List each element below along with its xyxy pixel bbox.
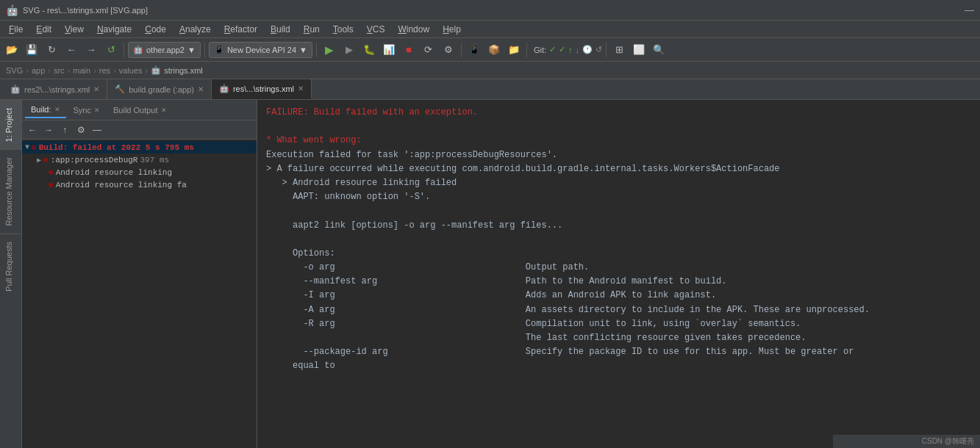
git-arrow2: ↓ [576, 46, 580, 54]
tab-label-2: res\...\strings.xml [233, 84, 294, 93]
toolbar-sep2 [204, 43, 205, 57]
code-line-15: -A arg An assets directory to include in… [266, 303, 971, 317]
tab-close-1[interactable]: ✕ [198, 85, 204, 93]
breadcrumb-src[interactable]: src [54, 66, 65, 75]
toolbar-btn-profile[interactable]: 📊 [380, 41, 398, 59]
tab-2[interactable]: 🤖res\...\strings.xml✕ [212, 79, 312, 99]
build-toolbar-up[interactable]: ↑ [57, 123, 72, 137]
build-tab-sync[interactable]: Sync ✕ [68, 103, 106, 118]
toolbar-window-btn[interactable]: ⬜ [630, 41, 648, 59]
menu-refactor[interactable]: Refactor [218, 23, 263, 36]
toolbar-btn-sync[interactable]: ⟳ [420, 41, 437, 59]
tab-close-2[interactable]: ✕ [298, 84, 304, 93]
git-check2-icon: ✓ [559, 45, 565, 54]
breadcrumb-res[interactable]: res [99, 66, 110, 75]
toolbar-back-btn[interactable]: ← [62, 41, 80, 59]
sidebar-tab-project[interactable]: 1: Project [0, 100, 21, 149]
toolbar-btn-debug[interactable]: 🐛 [360, 41, 378, 59]
code-line-14: -I arg Adds an Android APK to link again… [266, 289, 971, 303]
title-bar-close[interactable]: — [965, 4, 974, 15]
build-toolbar-settings[interactable]: ⚙ [74, 123, 88, 137]
toolbar-undo-btn[interactable]: ↺ [102, 41, 120, 59]
git-clock: 🕐 [582, 45, 593, 54]
menu-tools[interactable]: Tools [327, 23, 360, 36]
tree-item-process[interactable]: ▶ ⊗ :app:processDebugR 397 ms [22, 153, 257, 166]
main-layout: 1: Project Resource Manager Pull Request… [0, 100, 980, 448]
build-tab-output[interactable]: Build Output ✕ [107, 103, 173, 118]
build-panel: Build: ✕ Sync ✕ Build Output ✕ ← → ↑ ⚙ — [22, 100, 257, 448]
device-dropdown[interactable]: 📱 New Device API 24 ▼ [209, 42, 312, 58]
other-app-dropdown[interactable]: 🤖 other.app2 ▼ [128, 42, 201, 58]
toolbar-search-btn[interactable]: 🔍 [650, 41, 668, 59]
error-icon-link1: ⊗ [49, 167, 54, 177]
breadcrumb-file[interactable]: strings.xml [164, 66, 203, 75]
toolbar-layout-btn[interactable]: ⊞ [610, 41, 628, 59]
error-icon-link2: ⊗ [49, 180, 54, 189]
code-line-1: FAILURE: Build failed with an exception. [266, 106, 971, 120]
sync-tab-close[interactable]: ✕ [94, 106, 100, 114]
device-label: New Device API 24 [227, 46, 296, 54]
breadcrumb-bar: SVG › app › src › main › res › values › … [0, 62, 980, 79]
build-toolbar-forward[interactable]: → [41, 123, 56, 137]
panel-area: Build: ✕ Sync ✕ Build Output ✕ ← → ↑ ⚙ — [22, 100, 980, 448]
tree-item-link1[interactable]: ⊗ Android resource linking [22, 166, 257, 178]
menu-edit[interactable]: Edit [30, 23, 57, 36]
menu-build[interactable]: Build [265, 23, 296, 36]
toolbar-sep6 [606, 43, 607, 57]
toolbar-btn-resume[interactable]: ▶ [340, 41, 358, 59]
toolbar-btn-avd[interactable]: 📱 [465, 41, 483, 59]
tab-close-0[interactable]: ✕ [93, 85, 99, 93]
other-app-icon: 🤖 [133, 45, 143, 54]
code-area[interactable]: FAILURE: Build failed with an exception.… [257, 100, 980, 448]
run-btn[interactable]: ▶ [321, 41, 338, 59]
menu-help[interactable]: Help [437, 23, 467, 36]
toolbar-refresh-btn[interactable]: ↻ [43, 41, 60, 59]
breadcrumb-main[interactable]: main [73, 66, 90, 75]
toolbar-forward-btn[interactable]: → [82, 41, 100, 59]
toolbar-btn-stop[interactable]: ■ [400, 41, 418, 59]
output-tab-close[interactable]: ✕ [161, 106, 167, 114]
tabs-row: 🤖res2\...\strings.xml✕🔨build.gradle (:ap… [0, 79, 980, 100]
menu-window[interactable]: Window [392, 23, 435, 36]
build-tab-build[interactable]: Build: ✕ [25, 102, 66, 118]
bottom-bar: CSDN @韩曙亮 [833, 435, 980, 448]
toolbar-folder-btn[interactable]: 📂 [3, 41, 21, 59]
menu-code[interactable]: Code [139, 23, 172, 36]
menu-navigate[interactable]: Navigate [91, 23, 137, 36]
tree-label-root: Build: failed at 2022 5 s 795 ms [39, 143, 194, 152]
tree-label-link2: Android resource linking fa [56, 181, 187, 189]
title-bar: 🤖 SVG - res\...\strings.xml [SVG.app] — [0, 0, 980, 21]
tree-item-root[interactable]: ▼ ⊗ Build: failed at 2022 5 s 795 ms [22, 141, 257, 153]
tab-1[interactable]: 🔨build.gradle (:app)✕ [107, 79, 212, 99]
menu-analyze[interactable]: Analyze [174, 23, 217, 36]
error-icon-process: ⊗ [43, 155, 49, 165]
code-line-10 [266, 233, 971, 247]
build-toolbar-back[interactable]: ← [25, 123, 40, 137]
toolbar: 📂 💾 ↻ ← → ↺ 🤖 other.app2 ▼ 📱 New Device … [0, 38, 980, 62]
toolbar-btn-gradle[interactable]: ⚙ [440, 41, 457, 59]
breadcrumb-app[interactable]: app [32, 66, 45, 75]
breadcrumb-svg[interactable]: SVG [6, 66, 23, 75]
build-tree: ▼ ⊗ Build: failed at 2022 5 s 795 ms ▶ ⊗… [22, 140, 257, 448]
git-check-icon: ✓ [549, 45, 556, 54]
menu-view[interactable]: View [59, 23, 90, 36]
menu-file[interactable]: File [3, 23, 29, 36]
menu-run[interactable]: Run [298, 23, 326, 36]
toolbar-btn-device-file[interactable]: 📁 [505, 41, 523, 59]
dropdown-chevron: ▼ [187, 46, 196, 54]
toolbar-btn-sdk[interactable]: 📦 [485, 41, 503, 59]
toolbar-save-btn[interactable]: 💾 [23, 41, 40, 59]
output-tab-label: Build Output [113, 106, 158, 115]
menu-vcs[interactable]: VCS [361, 23, 391, 36]
tree-arrow-process: ▶ [37, 156, 41, 165]
toolbar-sep5 [526, 43, 527, 57]
breadcrumb-values[interactable]: values [119, 66, 143, 75]
sidebar-tab-pullreq[interactable]: Pull Requests [0, 234, 21, 299]
code-line-9: aapt2 link [options] -o arg --manifest a… [266, 219, 971, 233]
tab-0[interactable]: 🤖res2\...\strings.xml✕ [3, 79, 107, 99]
build-toolbar-minimize[interactable]: — [90, 123, 104, 137]
sidebar-tab-resource[interactable]: Resource Manager [0, 149, 21, 234]
build-tab-close[interactable]: ✕ [54, 106, 60, 113]
git-section: Git: ✓ ✓ ↑ ↓ 🕐 ↺ [534, 45, 602, 54]
tree-item-link2[interactable]: ⊗ Android resource linking fa [22, 178, 257, 191]
